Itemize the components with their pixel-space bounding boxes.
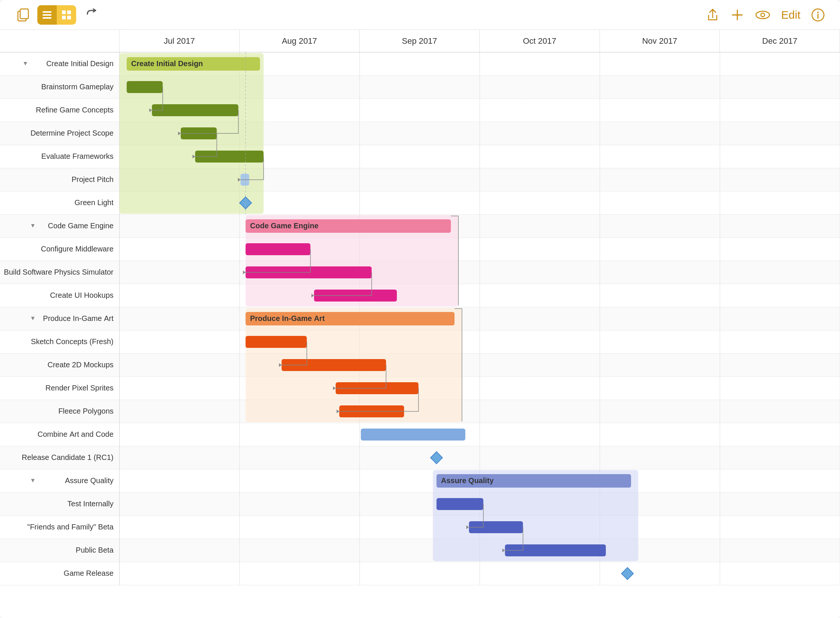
month-dec: Dec 2017	[720, 30, 840, 52]
svg-rect-8	[67, 16, 71, 19]
month-oct: Oct 2017	[480, 30, 600, 52]
share-icon[interactable]	[705, 8, 720, 22]
month-aug: Aug 2017	[240, 30, 360, 52]
svg-rect-2	[43, 11, 52, 13]
undo-button[interactable]	[82, 5, 102, 25]
list-view-button[interactable]	[37, 5, 57, 25]
svg-rect-6	[67, 10, 71, 14]
toolbar-right: Edit	[705, 8, 825, 22]
grid-view-button[interactable]	[57, 5, 76, 25]
gantt-header: Jul 2017 Aug 2017 Sep 2017 Oct 2017 Nov …	[0, 30, 840, 52]
view-icon[interactable]	[755, 8, 770, 22]
svg-rect-1	[20, 9, 28, 19]
info-icon[interactable]	[811, 8, 825, 22]
gantt-label-header	[0, 30, 120, 52]
svg-point-15	[817, 12, 819, 13]
month-sep: Sep 2017	[360, 30, 480, 52]
view-toggle-group	[37, 5, 76, 25]
toolbar-left	[15, 5, 698, 25]
add-icon[interactable]	[730, 8, 744, 22]
month-nov: Nov 2017	[600, 30, 720, 52]
svg-rect-5	[62, 10, 66, 14]
gantt-container: Jul 2017 Aug 2017 Sep 2017 Oct 2017 Nov …	[0, 30, 840, 618]
svg-rect-3	[43, 14, 52, 16]
svg-rect-7	[62, 16, 66, 19]
gantt-body	[0, 52, 840, 618]
month-jul: Jul 2017	[120, 30, 240, 52]
toolbar: Edit	[0, 0, 840, 30]
svg-rect-4	[43, 17, 52, 19]
edit-button[interactable]: Edit	[781, 9, 800, 21]
copy-icon[interactable]	[15, 7, 31, 23]
svg-point-11	[756, 11, 769, 19]
svg-point-12	[761, 13, 764, 17]
app-window: Edit Jul 2017 Aug 2017 Sep 2017 Oct 2017…	[0, 0, 840, 618]
